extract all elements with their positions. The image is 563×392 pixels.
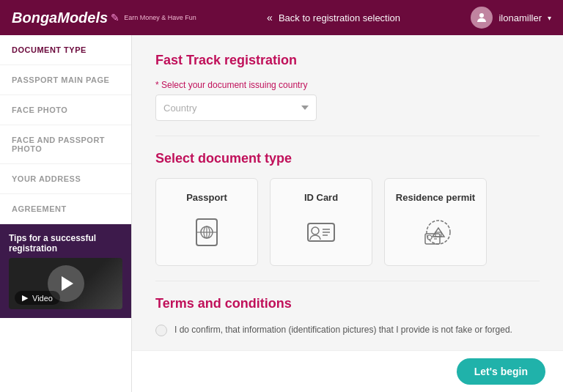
video-label: Video — [32, 294, 53, 303]
passport-icon — [189, 215, 224, 253]
back-arrows-icon: « — [267, 12, 273, 23]
sidebar-item-passport-main-page[interactable]: PASSPORT MAIN PAGE — [0, 65, 131, 95]
sidebar-item-face-and-passport-photo[interactable]: FACE AND PASSPORT PHOTO — [0, 125, 131, 164]
logo-tagline: Earn Money & Have Fun — [124, 15, 196, 21]
header: BongaModels ✎ Earn Money & Have Fun « Ba… — [0, 0, 563, 35]
residence-icon — [418, 215, 453, 253]
country-select[interactable]: Country United States United Kingdom Ger… — [155, 95, 317, 121]
svg-point-0 — [479, 13, 484, 18]
sidebar-item-face-photo[interactable]: FACE PHOTO — [0, 95, 131, 125]
terms-title: Terms and conditions — [155, 296, 540, 311]
main-layout: DOCUMENT TYPE PASSPORT MAIN PAGE FACE PH… — [0, 35, 563, 392]
content-area: Fast Track registration * Select your do… — [132, 35, 563, 392]
fast-track-title: Fast Track registration — [155, 53, 540, 68]
footer-bar: Let's begin — [132, 350, 563, 392]
logo: BongaModels ✎ Earn Money & Have Fun — [12, 10, 196, 26]
doc-card-passport[interactable]: Passport — [155, 178, 258, 266]
country-label: * Select your document issuing country — [155, 80, 540, 90]
doc-type-title: Select document type — [155, 151, 540, 166]
avatar — [471, 7, 493, 29]
doc-type-section: Select document type Passport — [155, 151, 540, 266]
svg-point-7 — [312, 227, 319, 234]
sidebar-item-your-address[interactable]: YOUR ADDRESS — [0, 164, 131, 194]
user-dropdown-icon: ▾ — [548, 14, 551, 22]
divider-1 — [155, 136, 540, 136]
video-tip-title: Tips for a successful registration — [9, 233, 122, 254]
play-icon: ▶ — [22, 293, 28, 303]
video-play-button[interactable]: ▶ Video — [15, 291, 60, 305]
back-to-registration-link[interactable]: Back to registration selection — [279, 12, 400, 23]
country-field: * Select your document issuing country C… — [155, 80, 540, 121]
doc-cards: Passport ID C — [155, 178, 540, 266]
logo-icon: ✎ — [111, 12, 119, 23]
sidebar-video-tip: Tips for a successful registration ▶ Vid… — [0, 224, 131, 318]
logo-text: BongaModels — [12, 10, 108, 26]
residence-label: Residence permit — [396, 192, 475, 203]
terms-section: Terms and conditions I do confirm, that … — [155, 296, 540, 336]
sidebar: DOCUMENT TYPE PASSPORT MAIN PAGE FACE PH… — [0, 35, 132, 392]
doc-card-idcard[interactable]: ID Card — [270, 178, 372, 266]
svg-rect-12 — [435, 232, 441, 237]
terms-text: I do confirm, that information (identifi… — [174, 323, 512, 336]
user-name: ilonamiller — [498, 12, 542, 23]
video-thumbnail[interactable]: ▶ Video — [9, 258, 122, 309]
lets-begin-button[interactable]: Let's begin — [457, 358, 545, 385]
idcard-label: ID Card — [304, 192, 338, 203]
divider-2 — [155, 281, 540, 281]
doc-card-residence[interactable]: Residence permit — [384, 178, 487, 266]
user-section[interactable]: ilonamiller ▾ — [471, 7, 551, 29]
idcard-icon — [303, 215, 339, 253]
content-inner: Fast Track registration * Select your do… — [132, 35, 563, 350]
sidebar-item-agreement[interactable]: AGREEMENT — [0, 194, 131, 224]
passport-label: Passport — [186, 192, 227, 203]
sidebar-item-document-type[interactable]: DOCUMENT TYPE — [0, 35, 131, 65]
header-nav: « Back to registration selection — [267, 12, 400, 23]
terms-check-row: I do confirm, that information (identifi… — [155, 323, 540, 336]
terms-checkbox[interactable] — [155, 325, 167, 336]
